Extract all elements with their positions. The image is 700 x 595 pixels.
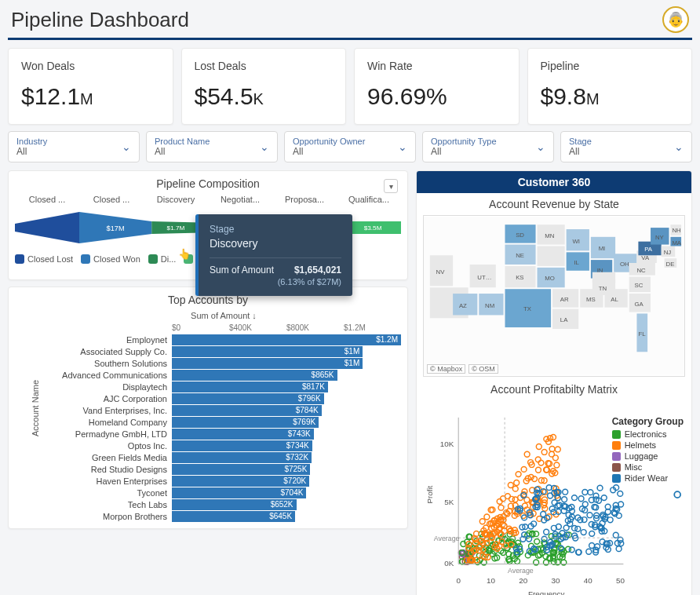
svg-point-245 [549,447,555,452]
bar-value-label: $865K [312,370,334,381]
legend-swatch [612,474,621,483]
svg-point-233 [479,519,485,524]
svg-point-422 [578,496,584,502]
svg-text:MN: MN [545,232,554,239]
tick-label: $800K [286,323,344,332]
svg-point-463 [613,532,618,538]
bar-row[interactable]: Tech Labs $652K [46,498,401,510]
bar-name: Haven Enterprises [46,476,172,486]
legend-label: Misc [625,462,643,472]
svg-point-401 [601,495,607,501]
bar-row[interactable]: Permadyne GmbH, LTD $743K [46,428,401,440]
bar-row[interactable]: Tyconet $704K [46,487,401,498]
metric-card[interactable]: Lost Deals $54.5K [181,48,347,125]
svg-text:$3.5M: $3.5M [364,224,382,232]
svg-point-447 [586,549,592,554]
svg-text:MI: MI [599,245,606,252]
svg-text:MO: MO [545,275,555,282]
legend-item[interactable]: Electronics [612,429,684,439]
scatter-chart[interactable]: Average Average 0K 5K 10K 0 10 20 30 40 … [423,400,685,595]
metric-value: $12.1M [21,83,160,110]
c360-header: Customer 360 [417,171,691,193]
filter-label: Industry [16,137,47,146]
bar-name: Permadyne GmbH, LTD [46,429,172,439]
legend-label: Closed Won [93,254,140,264]
svg-point-478 [597,485,603,491]
bar-row[interactable]: Southern Solutions $1M [46,357,401,369]
bar-row[interactable]: Employnet $1.2M [46,334,401,345]
bar-name: Vand Enterprises, Inc. [46,406,172,415]
bar-row[interactable]: Homeland Company $769K [46,416,401,428]
svg-point-278 [498,505,504,510]
legend-swatch [15,254,24,264]
filter-dropdown[interactable]: Product NameAll⌄ [146,131,278,162]
panel-menu-button[interactable]: ▾ [384,179,398,193]
svg-point-382 [588,490,593,495]
legend-item[interactable]: Rider Wear [612,473,684,483]
bar-fill: $784K [172,405,322,416]
bar-value-label: $1M [345,346,359,357]
bar-value-label: $704K [280,487,303,498]
svg-text:40: 40 [584,576,592,585]
svg-point-405 [572,495,578,501]
avatar[interactable]: 👵 [662,6,689,33]
svg-text:NE: NE [516,252,524,259]
bar-row[interactable]: Displaytech $817K [46,381,401,392]
legend-item[interactable]: Misc [612,462,684,472]
bar-row[interactable]: Red Studio Designs $725K [46,463,401,475]
metric-label: Won Deals [21,60,160,72]
funnel-stage-label: Discovery [144,195,208,204]
bar-name: AJC Corporation [46,394,172,403]
bar-fill: $652K [172,499,297,510]
svg-point-381 [587,513,592,518]
chevron-down-icon: ⌄ [122,141,131,153]
filter-dropdown[interactable]: Opportunity OwnerAll⌄ [284,131,416,162]
svg-point-346 [536,467,541,473]
legend-item[interactable]: Di... [148,254,177,264]
metric-value: $9.8M [541,83,680,110]
legend-item[interactable]: Helmets [612,440,684,450]
legend-swatch [612,441,621,450]
svg-point-493 [589,543,595,549]
svg-text:NM: NM [485,302,494,309]
filter-dropdown[interactable]: Opportunity TypeAll⌄ [422,131,554,162]
bar-track: $720K [172,476,401,487]
filter-dropdown[interactable]: IndustryAll⌄ [8,131,140,162]
bar-value-label: $734K [286,440,309,451]
bar-track: $1M [172,358,401,369]
bar-value-label: $796K [298,393,321,404]
bar-row[interactable]: Green Fields Media $732K [46,451,401,463]
bar-name: Employnet [46,335,172,345]
bar-row[interactable]: Morpon Brothers $645K [46,510,401,522]
filter-dropdown[interactable]: StageAll⌄ [560,131,692,162]
bar-fill: $769K [172,417,319,428]
metric-card[interactable]: Win Rate 96.69% [354,48,520,125]
legend-item[interactable]: Closed Won [81,254,140,264]
bar-row[interactable]: Vand Enterprises, Inc. $784K [46,404,401,416]
metric-card[interactable]: Won Deals $12.1M [8,48,173,125]
legend-item[interactable]: Closed Lost [15,254,73,264]
svg-text:30: 30 [552,576,560,585]
bar-fill: $743K [172,429,314,440]
svg-text:Average: Average [508,567,534,575]
scatter-legend: Category Group ElectronicsHelmetsLuggage… [612,416,684,484]
panel-customer-360: Customer 360 Account Revenue by State NV… [416,170,692,595]
svg-text:NJ: NJ [664,249,672,256]
bar-name: Homeland Company [46,418,172,427]
filter-label: Product Name [155,137,210,146]
bar-row[interactable]: Optos Inc. $734K [46,440,401,451]
us-map[interactable]: NV AZ NM UT… TX KS NE SD MN MO [423,215,685,377]
legend-label: Luggage [625,451,658,461]
bar-track: $817K [172,381,401,392]
bar-name: Associated Supply Co. [46,347,172,356]
metric-card[interactable]: Pipeline $9.8M [527,48,693,125]
bar-value-label: $1.2M [376,334,398,345]
bar-row[interactable]: Associated Supply Co. $1M [46,345,401,357]
bar-row[interactable]: Advanced Communications $865K [46,369,401,381]
legend-item[interactable]: Luggage [612,451,684,461]
bar-row[interactable]: Haven Enterprises $720K [46,475,401,487]
bar-track: $732K [172,452,401,463]
bar-name: Southern Solutions [46,359,172,368]
bar-row[interactable]: AJC Corporation $796K [46,392,401,404]
legend-label: Helmets [625,440,656,450]
